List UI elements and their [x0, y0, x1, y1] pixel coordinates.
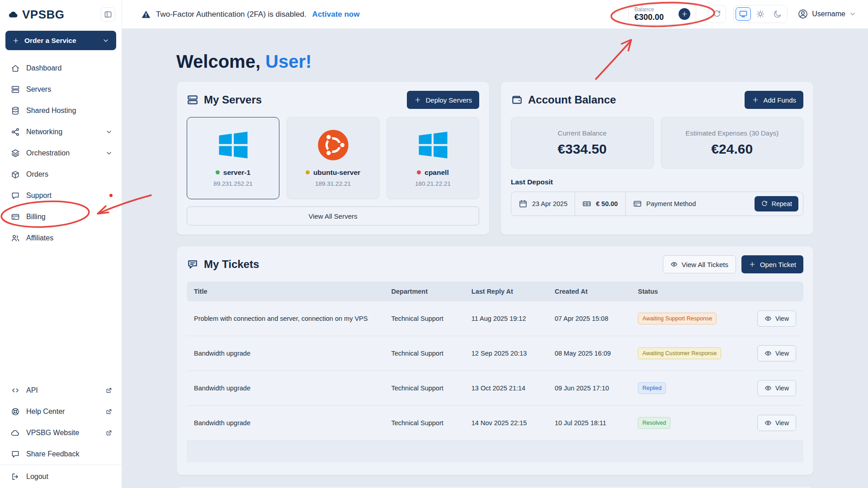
my-tickets-card: My Tickets View All Tickets Open Ticket … — [176, 246, 814, 475]
server-name: ubuntu-server — [313, 169, 360, 177]
support-icon — [11, 191, 20, 200]
last-deposit-row: 23 Apr 2025 € 50.00 Payment Method Repea… — [511, 192, 803, 216]
view-ticket-button[interactable]: View — [757, 310, 796, 327]
plus-icon — [749, 261, 756, 268]
status-badge: Replied — [638, 382, 666, 394]
plus-icon — [752, 96, 759, 103]
plus-icon — [12, 37, 19, 44]
server-name: cpanell — [425, 169, 448, 177]
2fa-warning-text: Two-Factor Authentication (2FA) is disab… — [156, 10, 307, 19]
status-badge: Resolved — [638, 417, 670, 429]
sidebar-item-support[interactable]: Support — [0, 185, 122, 206]
ticket-row: Bandwidth upgrade Technical Support 13 O… — [187, 371, 803, 406]
activate-2fa-link[interactable]: Activate now — [312, 10, 360, 19]
windows-logo-icon — [217, 129, 250, 161]
server-tile-cpanell[interactable]: cpanell 180.21.22.21 — [387, 117, 479, 199]
sidebar-item-shared-hosting[interactable]: Shared Hosting — [0, 100, 122, 121]
balance-text: Balance €300.00 — [634, 6, 664, 23]
sidebar-item-servers[interactable]: Servers — [0, 79, 122, 100]
external-link-icon — [105, 429, 113, 436]
server-tile-ubuntu-server[interactable]: ubuntu-server 189.31.22.21 — [287, 117, 379, 199]
deposit-amount: € 50.00 — [575, 192, 625, 216]
view-all-servers-button[interactable]: View All Servers — [187, 206, 479, 225]
estimated-expenses-value: €24.60 — [711, 141, 753, 157]
view-all-tickets-button[interactable]: View All Tickets — [663, 255, 736, 273]
system-theme-button[interactable] — [736, 7, 751, 21]
topbar: Two-Factor Authentication (2FA) is disab… — [122, 0, 868, 29]
ticket-row: Bandwidth upgrade Technical Support 12 S… — [187, 336, 803, 371]
order-service-button[interactable]: Order a Service — [5, 31, 116, 50]
sidebar-item-api[interactable]: API — [0, 380, 122, 401]
sidebar-item-orders[interactable]: Orders — [0, 164, 122, 185]
sidebar-item-networking[interactable]: Networking — [0, 121, 122, 142]
add-balance-button[interactable] — [679, 8, 690, 20]
sidebar-item-logout[interactable]: Logout — [0, 465, 122, 488]
estimated-expenses-box: Estimated Expenses (30 Days) €24.60 — [661, 117, 804, 169]
sidebar-item-orchestration[interactable]: Orchestration — [0, 142, 122, 164]
ticket-last-reply: 13 Oct 2025 21:14 — [464, 371, 547, 406]
vpsbg-logo[interactable]: VPSBG — [8, 8, 65, 22]
open-ticket-button[interactable]: Open Ticket — [741, 255, 803, 273]
balance-widget[interactable]: Balance €300.00 — [628, 4, 696, 25]
logo-text: VPSBG — [22, 8, 65, 22]
current-balance-box: Current Balance €334.50 — [511, 117, 654, 169]
collapse-sidebar-button[interactable] — [101, 7, 115, 22]
order-service-label: Order a Service — [24, 37, 76, 45]
refresh-button[interactable] — [708, 5, 726, 23]
ticket-title: Bandwidth upgrade — [187, 371, 384, 406]
server-tile-server-1[interactable]: server-1 89.231.252.21 — [187, 117, 279, 199]
empty-table-row — [187, 441, 803, 462]
logout-icon — [11, 472, 20, 481]
welcome-username: User! — [265, 52, 311, 71]
ticket-title: Problem with connection and server, conn… — [187, 301, 384, 336]
repeat-deposit-button[interactable]: Repeat — [755, 196, 798, 211]
monitor-icon — [739, 9, 748, 19]
ticket-department: Technical Support — [384, 336, 464, 371]
balance-label: Balance — [634, 6, 664, 13]
sidebar-item-dashboard[interactable]: Dashboard — [0, 57, 122, 79]
ticket-department: Technical Support — [384, 371, 464, 406]
plus-icon — [681, 10, 688, 18]
account-balance-card: Account Balance Add Funds Current Balanc… — [500, 81, 814, 235]
sidebar-item-billing[interactable]: Billing — [0, 206, 122, 227]
sidebar-item-share-feedback[interactable]: Share Feedback — [0, 443, 122, 465]
status-badge: Awaiting Support Response — [638, 313, 717, 324]
windows-logo-icon — [417, 129, 449, 161]
add-funds-button[interactable]: Add Funds — [745, 91, 803, 109]
light-theme-button[interactable] — [753, 7, 768, 21]
cloud-icon — [11, 428, 20, 437]
main-content: Welcome, User! My Servers Deploy Servers — [122, 29, 868, 488]
deposit-method: Payment Method — [625, 192, 703, 216]
view-ticket-button[interactable]: View — [757, 380, 796, 396]
ticket-created: 09 Jun 2025 17:10 — [547, 371, 631, 406]
plus-icon — [414, 96, 421, 103]
chevron-down-icon — [105, 150, 113, 157]
chevron-down-icon — [849, 10, 856, 18]
my-tickets-title: My Tickets — [187, 258, 259, 271]
sidebar-item-affiliates[interactable]: Affiliates — [0, 227, 122, 249]
view-ticket-button[interactable]: View — [757, 345, 796, 361]
ticket-row: Problem with connection and server, conn… — [187, 301, 803, 336]
sidebar-item-help-center[interactable]: Help Center — [0, 401, 122, 422]
panel-left-icon — [104, 10, 113, 19]
server-ip: 180.21.22.21 — [392, 180, 474, 187]
column-status: Status — [631, 282, 736, 301]
code-icon — [11, 386, 20, 395]
server-rack-icon — [187, 94, 198, 106]
affiliates-icon — [11, 234, 20, 243]
banknote-icon — [582, 199, 591, 208]
servers-icon — [11, 85, 20, 94]
topbar-right: Balance €300.00 Username — [628, 4, 868, 25]
refresh-icon — [761, 200, 768, 207]
deposit-date: 23 Apr 2025 — [511, 192, 575, 216]
view-ticket-button[interactable]: View — [757, 415, 796, 431]
home-icon — [11, 64, 20, 73]
my-servers-card: My Servers Deploy Servers server-1 — [176, 81, 490, 235]
sidebar-footer: API Help Center VPSBG Website Share Feed… — [0, 380, 122, 488]
status-badge: Awaiting Customer Response — [638, 347, 721, 359]
external-link-icon — [105, 387, 113, 394]
deploy-servers-button[interactable]: Deploy Servers — [407, 91, 479, 109]
user-menu[interactable]: Username — [797, 9, 856, 19]
dark-theme-button[interactable] — [770, 7, 785, 21]
sidebar-item-vpsbg-website[interactable]: VPSBG Website — [0, 422, 122, 443]
